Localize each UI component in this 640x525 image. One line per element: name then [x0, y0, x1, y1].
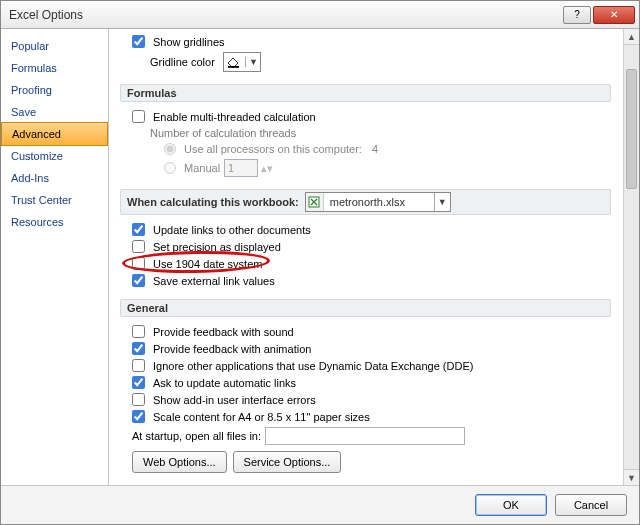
manual-threads-input — [224, 159, 258, 177]
svg-rect-0 — [228, 66, 239, 68]
use-1904-checkbox[interactable] — [132, 257, 145, 270]
web-options-button[interactable]: Web Options... — [132, 451, 227, 473]
sidebar-item-advanced[interactable]: Advanced — [1, 122, 108, 146]
startup-open-label: At startup, open all files in: — [132, 430, 261, 442]
show-addin-errors-checkbox[interactable] — [132, 393, 145, 406]
sidebar-item-customize[interactable]: Customize — [1, 145, 108, 167]
gridline-color-dropdown[interactable]: ▼ — [223, 52, 261, 72]
save-external-label: Save external link values — [153, 275, 275, 287]
enable-mtc-label: Enable multi-threaded calculation — [153, 111, 316, 123]
chevron-down-icon: ▼ — [434, 193, 450, 211]
ask-update-checkbox[interactable] — [132, 376, 145, 389]
sidebar-item-save[interactable]: Save — [1, 101, 108, 123]
titlebar: Excel Options ? ✕ — [1, 1, 639, 29]
vertical-scrollbar[interactable]: ▲ ▼ — [623, 29, 639, 485]
enable-mtc-checkbox[interactable] — [132, 110, 145, 123]
processor-count: 4 — [372, 143, 378, 155]
startup-open-input[interactable] — [265, 427, 465, 445]
update-links-label: Update links to other documents — [153, 224, 311, 236]
section-title-general: General — [120, 299, 611, 317]
calc-workbook-title: When calculating this workbook: — [127, 196, 299, 208]
section-title-formulas: Formulas — [120, 84, 611, 102]
feedback-sound-label: Provide feedback with sound — [153, 326, 294, 338]
manual-threads-radio — [164, 162, 176, 174]
service-options-button[interactable]: Service Options... — [233, 451, 342, 473]
use-1904-label: Use 1904 date system — [153, 258, 262, 270]
dialog-title: Excel Options — [9, 8, 561, 22]
show-gridlines-checkbox[interactable] — [132, 35, 145, 48]
sidebar-item-proofing[interactable]: Proofing — [1, 79, 108, 101]
update-links-checkbox[interactable] — [132, 223, 145, 236]
dialog-footer: OK Cancel — [1, 485, 639, 524]
ignore-dde-label: Ignore other applications that use Dynam… — [153, 360, 473, 372]
dialog-body: Popular Formulas Proofing Save Advanced … — [1, 29, 639, 485]
paint-bucket-icon — [226, 56, 240, 68]
feedback-animation-label: Provide feedback with animation — [153, 343, 311, 355]
sidebar-item-resources[interactable]: Resources — [1, 211, 108, 233]
show-gridlines-label: Show gridlines — [153, 36, 225, 48]
sidebar-item-trust-center[interactable]: Trust Center — [1, 189, 108, 211]
feedback-animation-checkbox[interactable] — [132, 342, 145, 355]
sidebar-item-formulas[interactable]: Formulas — [1, 57, 108, 79]
gridline-color-label: Gridline color — [150, 56, 215, 68]
close-button[interactable]: ✕ — [593, 6, 635, 24]
scroll-down-arrow-icon[interactable]: ▼ — [624, 469, 639, 485]
scale-content-label: Scale content for A4 or 8.5 x 11" paper … — [153, 411, 370, 423]
sidebar-item-popular[interactable]: Popular — [1, 35, 108, 57]
scroll-up-arrow-icon[interactable]: ▲ — [624, 29, 639, 45]
workbook-dropdown[interactable]: metronorth.xlsx ▼ — [305, 192, 451, 212]
content-pane: ▲ ▼ Show gridlines Gridline color ▼ Form… — [109, 29, 639, 485]
use-all-processors-radio — [164, 143, 176, 155]
feedback-sound-checkbox[interactable] — [132, 325, 145, 338]
ask-update-label: Ask to update automatic links — [153, 377, 296, 389]
ok-button[interactable]: OK — [475, 494, 547, 516]
spinner-icon: ▴▾ — [261, 162, 273, 175]
cancel-button[interactable]: Cancel — [555, 494, 627, 516]
save-external-checkbox[interactable] — [132, 274, 145, 287]
excel-options-dialog: Excel Options ? ✕ Popular Formulas Proof… — [0, 0, 640, 525]
scroll-thumb[interactable] — [626, 69, 637, 189]
excel-file-icon — [306, 193, 324, 211]
set-precision-checkbox[interactable] — [132, 240, 145, 253]
threads-label: Number of calculation threads — [150, 127, 296, 139]
use-all-processors-label: Use all processors on this computer: — [184, 143, 362, 155]
manual-threads-label: Manual — [184, 162, 220, 174]
set-precision-label: Set precision as displayed — [153, 241, 281, 253]
show-addin-errors-label: Show add-in user interface errors — [153, 394, 316, 406]
sidebar-item-addins[interactable]: Add-Ins — [1, 167, 108, 189]
sidebar: Popular Formulas Proofing Save Advanced … — [1, 29, 109, 485]
chevron-down-icon: ▼ — [245, 57, 258, 67]
ignore-dde-checkbox[interactable] — [132, 359, 145, 372]
workbook-name: metronorth.xlsx — [324, 196, 434, 208]
scale-content-checkbox[interactable] — [132, 410, 145, 423]
section-title-calc-workbook: When calculating this workbook: metronor… — [120, 189, 611, 215]
help-button[interactable]: ? — [563, 6, 591, 24]
